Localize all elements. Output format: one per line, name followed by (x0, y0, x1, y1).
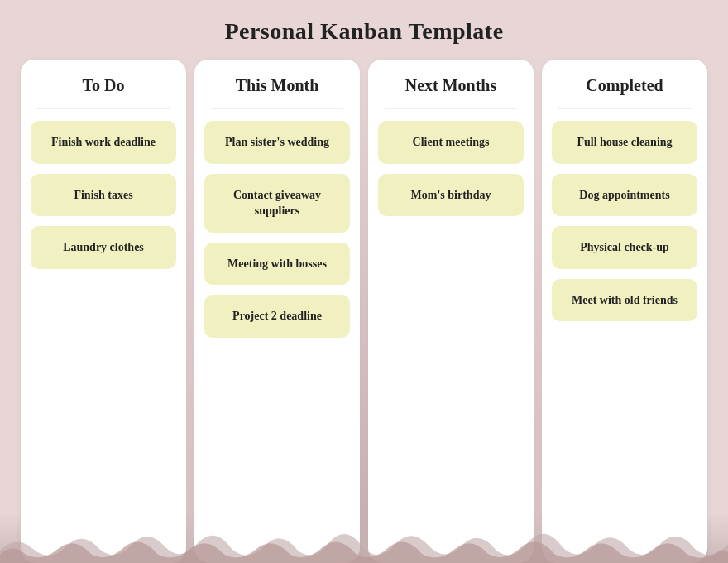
card-todo-0[interactable]: Finish work deadline (31, 121, 176, 164)
column-body-completed: Full house cleaningDog appointmentsPhysi… (542, 113, 707, 330)
page-title: Personal Kanban Template (224, 18, 503, 45)
card-completed-0[interactable]: Full house cleaning (552, 121, 697, 164)
column-divider-next-months (385, 108, 517, 109)
column-header-completed: Completed (542, 60, 707, 108)
column-completed: CompletedFull house cleaningDog appointm… (542, 60, 707, 563)
card-this-month-2[interactable]: Meeting with bosses (204, 243, 350, 286)
column-todo: To DoFinish work deadlineFinish taxesLau… (21, 60, 186, 563)
column-body-next-months: Client meetingsMom's birthday (368, 113, 534, 224)
column-this-month: This MonthPlan sister's weddingContact g… (194, 60, 360, 563)
card-this-month-1[interactable]: Contact giveaway suppliers (204, 174, 350, 233)
card-completed-1[interactable]: Dog appointments (552, 174, 697, 217)
card-this-month-3[interactable]: Project 2 deadline (204, 295, 350, 338)
card-todo-1[interactable]: Finish taxes (31, 174, 176, 217)
card-todo-2[interactable]: Laundry clothes (31, 226, 176, 269)
column-body-todo: Finish work deadlineFinish taxesLaundry … (21, 113, 186, 277)
card-next-months-1[interactable]: Mom's birthday (378, 174, 524, 217)
column-divider-this-month (211, 108, 343, 109)
card-this-month-0[interactable]: Plan sister's wedding (204, 121, 350, 164)
grass-decoration (0, 517, 728, 563)
column-divider-todo (37, 108, 170, 109)
card-completed-2[interactable]: Physical check-up (552, 226, 697, 269)
column-divider-completed (558, 108, 691, 109)
kanban-board: To DoFinish work deadlineFinish taxesLau… (6, 60, 722, 563)
column-next-months: Next MonthsClient meetingsMom's birthday (368, 60, 534, 563)
column-header-todo: To Do (21, 60, 186, 108)
column-header-this-month: This Month (194, 60, 360, 108)
column-body-this-month: Plan sister's weddingContact giveaway su… (194, 113, 360, 346)
card-completed-3[interactable]: Meet with old friends (552, 279, 697, 322)
card-next-months-0[interactable]: Client meetings (378, 121, 524, 164)
column-header-next-months: Next Months (368, 60, 534, 108)
